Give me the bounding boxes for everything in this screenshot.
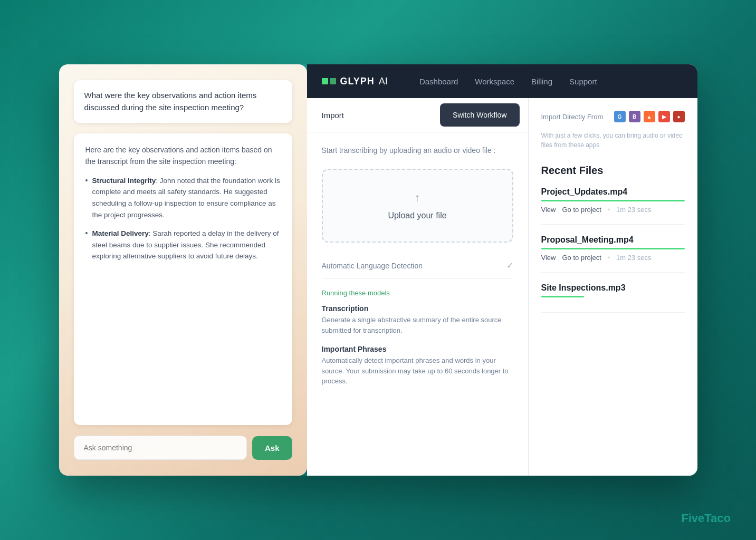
- middle-column: Import Switch Workflow Start transcribin…: [307, 98, 529, 476]
- import-title: Import Directly From: [541, 113, 604, 121]
- bullet-dot-1: •: [85, 176, 88, 185]
- import-desc: With just a few clicks, you can bring au…: [541, 131, 685, 150]
- file-sep-2: •: [608, 254, 610, 262]
- file-duration-2: 1m 23 secs: [616, 254, 651, 262]
- chat-answer-card: Here are the key observations and action…: [74, 133, 292, 425]
- language-label: Automatic Language Detection: [322, 262, 423, 270]
- logo-area: GLYPH AI: [322, 76, 388, 87]
- import-icon-dropbox[interactable]: ▲: [644, 111, 655, 122]
- bullet-bold-2: Material Delivery: [92, 229, 148, 237]
- model-name-phrases: Important Phrases: [322, 345, 513, 353]
- middle-body: Start transcribing by uploading an audio…: [307, 132, 528, 476]
- nav-billing[interactable]: Billing: [531, 77, 552, 86]
- model-item-transcription: Transcription Generate a single abstract…: [322, 304, 513, 335]
- import-icon-box[interactable]: B: [629, 111, 640, 122]
- chat-question-card: What were the key observations and actio…: [74, 80, 292, 123]
- file-goto-1[interactable]: Go to project: [562, 206, 601, 214]
- import-icons-row: G B ▲ ▶ ●: [614, 111, 685, 122]
- chat-input[interactable]: [74, 436, 247, 460]
- brand-taco: Taco: [704, 512, 731, 525]
- main-container: What were the key observations and actio…: [59, 64, 697, 476]
- nav-support[interactable]: Support: [569, 77, 597, 86]
- file-view-1[interactable]: View: [541, 206, 556, 214]
- upload-icon: ↑: [415, 191, 420, 205]
- file-goto-2[interactable]: Go to project: [562, 254, 601, 262]
- upload-label: Upload your file: [388, 211, 446, 220]
- chat-bullet-2: • Material Delivery: Sarah reported a de…: [85, 228, 281, 262]
- file-item-2: Proposal_Meeting.mp4 View Go to project …: [541, 235, 685, 273]
- language-row[interactable]: Automatic Language Detection ✓: [322, 253, 513, 278]
- upload-zone[interactable]: ↑ Upload your file: [322, 169, 513, 243]
- nav-workspace[interactable]: Workspace: [475, 77, 514, 86]
- bullet-bold-1: Structural Integrity: [92, 177, 156, 185]
- app-panel: GLYPH AI Dashboard Workspace Billing Sup…: [307, 64, 697, 476]
- logo-square-1: [322, 78, 328, 84]
- model-name-transcription: Transcription: [322, 304, 513, 313]
- file-meta-row-2: View Go to project • 1m 23 secs: [541, 254, 685, 262]
- import-icon-gdrive[interactable]: G: [614, 111, 626, 122]
- import-icon-onedrive[interactable]: ●: [673, 111, 685, 122]
- model-item-phrases: Important Phrases Automatically detect i…: [322, 345, 513, 387]
- import-section: Import Directly From G B ▲ ▶ ● With just…: [541, 111, 685, 150]
- bullet-text-1: Structural Integrity: John noted that th…: [92, 175, 280, 220]
- file-meta-row-1: View Go to project • 1m 23 secs: [541, 206, 685, 214]
- model-desc-phrases: Automatically detect important phrases a…: [322, 355, 513, 387]
- bullet-text-2: Material Delivery: Sarah reported a dela…: [92, 228, 280, 262]
- tab-switch-workflow[interactable]: Switch Workflow: [440, 103, 519, 127]
- file-name-1: Project_Updates.mp4: [541, 187, 685, 197]
- language-chevron-icon: ✓: [506, 261, 513, 271]
- chat-bullet-1: • Structural Integrity: John noted that …: [85, 175, 281, 220]
- file-name-3: Site Inspections.mp3: [541, 283, 685, 293]
- logo-icon: [322, 78, 336, 84]
- models-section-title: Running these models: [322, 289, 513, 297]
- upload-description: Start transcribing by uploading an audio…: [322, 145, 513, 156]
- file-item-3: Site Inspections.mp3: [541, 283, 685, 313]
- bullet-dot-2: •: [85, 229, 88, 237]
- file-progress-bar-2: [541, 248, 685, 249]
- logo-square-2: [330, 78, 336, 84]
- file-item-1: Project_Updates.mp4 View Go to project •…: [541, 187, 685, 225]
- chat-panel: What were the key observations and actio…: [59, 64, 307, 476]
- file-progress-bar-1: [541, 200, 685, 201]
- tab-import[interactable]: Import: [307, 98, 359, 132]
- ask-button[interactable]: Ask: [252, 436, 292, 460]
- tab-bar: Import Switch Workflow: [307, 98, 528, 132]
- file-duration-1: 1m 23 secs: [616, 206, 651, 214]
- logo-text: GLYPH: [340, 76, 375, 87]
- main-content: Import Switch Workflow Start transcribin…: [307, 98, 697, 476]
- chat-input-row: Ask: [74, 436, 292, 460]
- file-progress-bar-3: [541, 296, 585, 297]
- right-column: Import Directly From G B ▲ ▶ ● With just…: [529, 98, 697, 476]
- nav-dashboard[interactable]: Dashboard: [419, 77, 458, 86]
- chat-question-text: What were the key observations and actio…: [84, 90, 282, 113]
- file-view-2[interactable]: View: [541, 254, 556, 262]
- chat-answer-intro: Here are the key observations and action…: [85, 144, 281, 168]
- brand-footer: FiveTaco: [681, 512, 731, 525]
- recent-files-title: Recent Files: [541, 165, 685, 177]
- import-icon-youtube[interactable]: ▶: [658, 111, 670, 122]
- file-name-2: Proposal_Meeting.mp4: [541, 235, 685, 245]
- brand-five: Five: [681, 512, 704, 525]
- model-desc-transcription: Generate a single abstractive summary of…: [322, 315, 513, 335]
- top-nav: GLYPH AI Dashboard Workspace Billing Sup…: [307, 64, 697, 98]
- logo-ai: AI: [379, 76, 388, 87]
- file-sep-1: •: [608, 206, 610, 214]
- nav-links: Dashboard Workspace Billing Support: [419, 77, 597, 86]
